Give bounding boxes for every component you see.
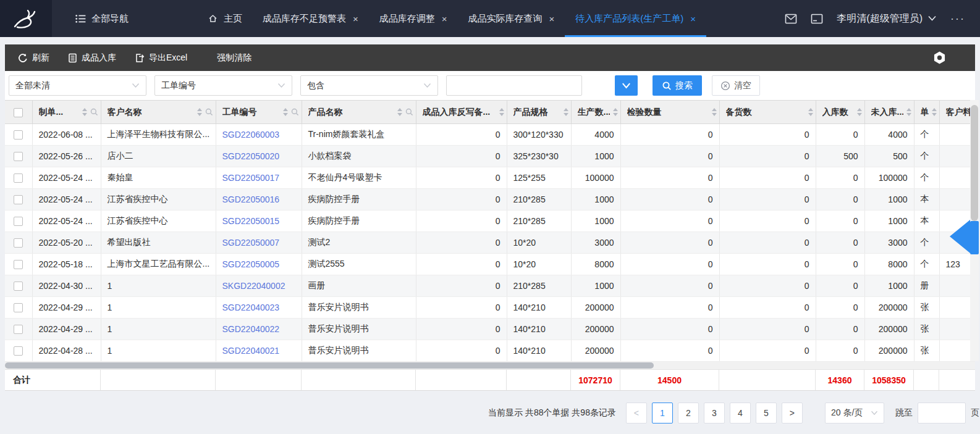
side-panel-collapse-arrow-icon[interactable]: [950, 220, 970, 253]
more-menu[interactable]: ···: [950, 12, 965, 25]
column-header-spec[interactable]: 产品规格: [507, 101, 571, 124]
column-header-date[interactable]: 制单...: [32, 101, 101, 124]
column-header-not_in_qty[interactable]: 未入库...: [864, 101, 914, 124]
order-link[interactable]: SGD22050007: [222, 238, 280, 248]
logo[interactable]: [0, 0, 52, 37]
user-menu[interactable]: 李明清(超级管理员): [837, 12, 937, 25]
mail-icon[interactable]: [785, 14, 797, 24]
search-button[interactable]: 搜索: [653, 75, 702, 96]
row-checkbox[interactable]: [14, 346, 23, 356]
select-all-checkbox[interactable]: [14, 108, 23, 117]
sort-icon[interactable]: [857, 108, 862, 116]
page-button-5[interactable]: 5: [756, 403, 777, 424]
sort-icon[interactable]: [808, 108, 813, 116]
cell-prod_qty: 3000: [571, 232, 620, 254]
row-checkbox[interactable]: [14, 303, 23, 312]
order-link[interactable]: SGD22060003: [222, 130, 280, 140]
tab-close-icon[interactable]: ×: [442, 14, 447, 24]
column-header-unit[interactable]: 单.: [914, 101, 939, 124]
column-header-prod_qty[interactable]: 生产数...: [571, 101, 620, 124]
row-checkbox[interactable]: [14, 130, 23, 140]
nav-home[interactable]: 主页: [198, 0, 252, 37]
advanced-filter-button[interactable]: [615, 75, 638, 96]
column-search-icon[interactable]: [291, 108, 299, 116]
order-link[interactable]: SGD22040023: [222, 303, 280, 312]
page-button-4[interactable]: 4: [730, 403, 751, 424]
clear-button[interactable]: 清空: [712, 75, 760, 96]
order-link[interactable]: SGD22050017: [222, 173, 280, 183]
column-search-icon[interactable]: [90, 108, 98, 116]
column-header-in_qty[interactable]: 入库数: [816, 101, 864, 124]
side-panel-handle-bar[interactable]: [970, 221, 979, 254]
order-link[interactable]: SGD22040022: [222, 324, 280, 334]
row-checkbox[interactable]: [14, 282, 23, 291]
nav-all-menu[interactable]: 全部导航: [65, 0, 138, 37]
column-header-order[interactable]: 工单编号: [216, 101, 302, 124]
column-search-icon[interactable]: [205, 108, 213, 116]
tab-3[interactable]: 待入库产品列表(生产工单)×: [565, 0, 706, 37]
row-checkbox[interactable]: [14, 152, 23, 161]
order-link[interactable]: SGD22040021: [222, 346, 280, 356]
tab-close-icon[interactable]: ×: [353, 14, 358, 24]
row-checkbox[interactable]: [14, 217, 23, 226]
sort-icon[interactable]: [197, 108, 202, 116]
filter-status-select[interactable]: 全部未清: [9, 75, 146, 96]
order-link[interactable]: SGD22050016: [222, 194, 280, 204]
vertical-scrollbar[interactable]: [970, 100, 979, 361]
cell-remark: 0: [416, 254, 507, 275]
horizontal-scrollbar[interactable]: [5, 362, 975, 369]
tab-close-icon[interactable]: ×: [549, 14, 555, 24]
filter-field-select[interactable]: 工单编号: [154, 75, 292, 96]
row-checkbox[interactable]: [14, 238, 23, 248]
sort-icon[interactable]: [499, 108, 504, 116]
row-checkbox[interactable]: [14, 260, 23, 269]
order-link[interactable]: SGD22050015: [222, 216, 280, 226]
column-header-reserve_qty[interactable]: 备货数: [719, 101, 816, 124]
stock-in-button[interactable]: 成品入库: [59, 44, 125, 71]
page-size-select[interactable]: 20 条/页: [825, 403, 884, 424]
cell-product: 测试2: [302, 232, 416, 254]
sort-icon[interactable]: [932, 108, 937, 116]
tab-1[interactable]: 成品库存调整×: [369, 0, 458, 37]
tab-bar: 成品库存不足预警表×成品库存调整×成品实际库存查询×待入库产品列表(生产工单)×: [252, 0, 706, 37]
horizontal-scrollbar-thumb[interactable]: [5, 362, 654, 369]
tab-0[interactable]: 成品库存不足预警表×: [252, 0, 369, 37]
column-header-product[interactable]: 产品名称: [302, 101, 416, 124]
page-button-3[interactable]: 3: [704, 403, 725, 424]
sort-icon[interactable]: [397, 108, 402, 116]
tab-close-icon[interactable]: ×: [690, 14, 696, 24]
tab-2[interactable]: 成品实际库存查询×: [458, 0, 565, 37]
order-link[interactable]: SGD22050005: [222, 259, 280, 269]
filter-operator-select[interactable]: 包含: [300, 75, 438, 96]
jump-page-input[interactable]: [918, 403, 966, 424]
sort-icon[interactable]: [564, 108, 568, 116]
order-link[interactable]: SKGD22040002: [222, 281, 285, 291]
cell-inspect_qty: 0: [620, 211, 719, 232]
column-search-icon[interactable]: [405, 108, 413, 116]
vertical-scrollbar-thumb[interactable]: [971, 105, 978, 221]
column-header-remark[interactable]: 成品入库反写备...: [416, 101, 507, 124]
force-clear-button[interactable]: 强制清除: [208, 44, 261, 71]
sort-icon[interactable]: [906, 108, 911, 116]
export-excel-button[interactable]: 导出Excel: [125, 44, 196, 71]
row-checkbox[interactable]: [14, 325, 23, 334]
row-checkbox[interactable]: [14, 195, 23, 204]
page-button-2[interactable]: 2: [678, 403, 699, 424]
next-page-button[interactable]: >: [782, 403, 803, 424]
filter-keyword-input[interactable]: [446, 75, 582, 96]
prev-page-button[interactable]: <: [626, 403, 647, 424]
window-icon[interactable]: [811, 14, 823, 24]
sort-icon[interactable]: [283, 108, 288, 116]
cell-not_in_qty: 3000: [864, 232, 914, 254]
sort-icon[interactable]: [712, 108, 717, 116]
column-header-inspect_qty[interactable]: 检验数量: [620, 101, 719, 124]
settings-nut-button[interactable]: [932, 51, 947, 67]
sort-icon[interactable]: [613, 108, 618, 116]
sort-icon[interactable]: [82, 108, 87, 116]
order-link[interactable]: SGD22050020: [222, 151, 280, 161]
refresh-button[interactable]: 刷新: [9, 44, 59, 71]
row-checkbox[interactable]: [14, 173, 23, 183]
chevron-down-icon: [622, 83, 631, 89]
column-header-customer[interactable]: 客户名称: [101, 101, 216, 124]
page-button-1[interactable]: 1: [652, 403, 673, 424]
